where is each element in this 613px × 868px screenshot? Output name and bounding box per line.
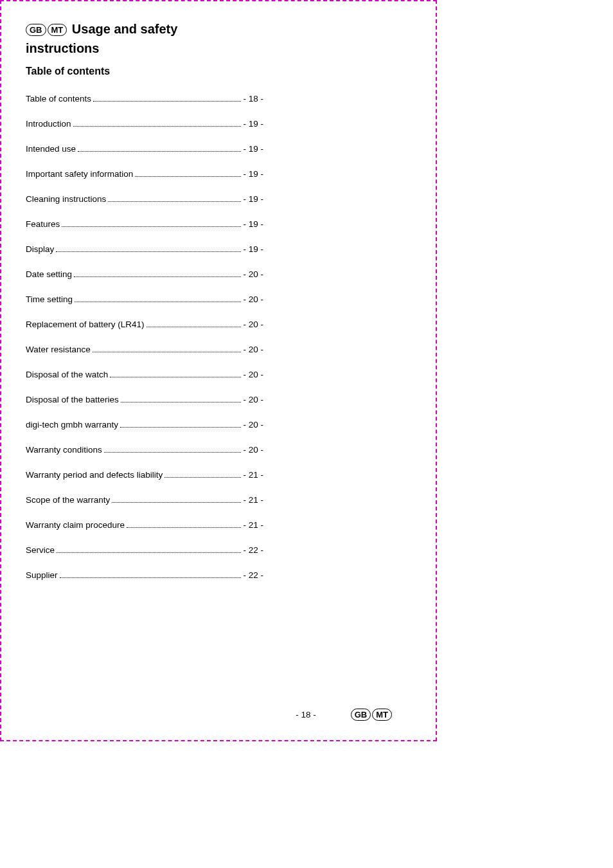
toc-page: - 20 - — [243, 345, 263, 354]
toc-label: Features — [26, 219, 60, 229]
toc-entry: Disposal of the watch- 20 - — [26, 370, 263, 379]
toc-page: - 20 - — [243, 395, 263, 404]
toc-entry: Water resistance- 20 - — [26, 345, 263, 354]
leader-dots — [164, 477, 241, 478]
toc-page: - 22 - — [243, 570, 263, 580]
toc-label: Cleaning instructions — [26, 194, 106, 204]
toc-label: Intended use — [26, 144, 76, 154]
leader-dots — [104, 452, 242, 453]
toc-page: - 20 - — [243, 445, 263, 455]
toc-page: - 20 - — [243, 269, 263, 279]
leader-dots — [74, 276, 241, 277]
toc-label: Important safety information — [26, 169, 133, 179]
toc-label: Replacement of battery (LR41) — [26, 320, 145, 329]
leader-dots — [62, 226, 241, 227]
toc-entry: Introduction- 19 - — [26, 119, 263, 129]
leader-dots — [127, 527, 241, 528]
toc-entry: Service- 22 - — [26, 545, 263, 555]
toc-page: - 19 - — [243, 219, 263, 229]
country-badge-mt: MT — [48, 24, 67, 36]
footer-badges: GBMT — [351, 709, 393, 721]
toc-entry: Cleaning instructions- 19 - — [26, 194, 263, 204]
toc-entry: Warranty period and defects liability- 2… — [26, 470, 263, 480]
toc-label: Scope of the warranty — [26, 495, 110, 505]
toc-label: Service — [26, 545, 55, 555]
toc-entry: Important safety information- 19 - — [26, 169, 263, 179]
toc-page: - 20 - — [243, 294, 263, 304]
page-number: - 18 - — [296, 710, 316, 719]
leader-dots — [60, 577, 242, 578]
leader-dots — [121, 402, 242, 402]
toc-label: Time setting — [26, 294, 73, 304]
toc-label: digi-tech gmbh warranty — [26, 420, 118, 429]
toc-label: Water resistance — [26, 345, 91, 354]
toc-page: - 19 - — [243, 119, 263, 129]
toc-entry: Time setting- 20 - — [26, 294, 263, 304]
toc-entry: Display- 19 - — [26, 244, 263, 254]
leader-dots — [73, 126, 242, 127]
toc-label: Introduction — [26, 119, 71, 129]
toc-entry: Replacement of battery (LR41)- 20 - — [26, 320, 263, 329]
table-of-contents: Table of contents- 18 - Introduction- 19… — [26, 94, 263, 580]
toc-entry: Scope of the warranty- 21 - — [26, 495, 263, 505]
toc-page: - 20 - — [243, 370, 263, 379]
toc-label: Date setting — [26, 269, 72, 279]
toc-page: - 21 - — [243, 520, 263, 530]
leader-dots — [78, 151, 241, 152]
toc-entry: Table of contents- 18 - — [26, 94, 263, 104]
toc-page: - 19 - — [243, 169, 263, 179]
leader-dots — [110, 377, 241, 377]
toc-label: Supplier — [26, 570, 58, 580]
leader-dots — [135, 176, 241, 177]
title-text-1: Usage and safety — [68, 22, 177, 36]
toc-page: - 21 - — [243, 470, 263, 480]
toc-page: - 18 - — [243, 94, 263, 104]
toc-page: - 21 - — [243, 495, 263, 505]
toc-label: Display — [26, 244, 54, 254]
leader-dots — [147, 327, 242, 327]
leader-dots — [112, 502, 241, 503]
leader-dots — [120, 427, 241, 428]
toc-label: Disposal of the batteries — [26, 395, 119, 404]
toc-label: Disposal of the watch — [26, 370, 108, 379]
leader-dots — [93, 101, 241, 102]
page-footer: - 18 - GBMT — [26, 709, 411, 721]
toc-entry: Intended use- 19 - — [26, 144, 263, 154]
toc-page: - 19 - — [243, 144, 263, 154]
leader-dots — [75, 302, 241, 302]
toc-label: Warranty period and defects liability — [26, 470, 163, 480]
page-title-line1: GBMT Usage and safety — [26, 21, 411, 37]
toc-entry: digi-tech gmbh warranty- 20 - — [26, 420, 263, 429]
page-title-line2: instructions — [26, 40, 411, 57]
toc-page: - 19 - — [243, 194, 263, 204]
toc-entry: Warranty claim procedure- 21 - — [26, 520, 263, 530]
country-badge-mt: MT — [372, 709, 392, 721]
toc-entry: Supplier- 22 - — [26, 570, 263, 580]
leader-dots — [108, 201, 241, 202]
leader-dots — [56, 251, 241, 252]
toc-label: Warranty claim procedure — [26, 520, 125, 530]
toc-page: - 20 - — [243, 320, 263, 329]
leader-dots — [57, 552, 241, 553]
toc-label: Table of contents — [26, 94, 91, 104]
toc-heading: Table of contents — [26, 66, 411, 77]
document-page: GBMT Usage and safety instructions Table… — [0, 0, 437, 741]
leader-dots — [93, 352, 242, 352]
toc-page: - 20 - — [243, 420, 263, 429]
toc-page: - 22 - — [243, 545, 263, 555]
country-badge-gb: GB — [351, 709, 371, 721]
toc-entry: Features- 19 - — [26, 219, 263, 229]
toc-label: Warranty conditions — [26, 445, 102, 455]
toc-entry: Date setting- 20 - — [26, 269, 263, 279]
toc-entry: Disposal of the batteries- 20 - — [26, 395, 263, 404]
toc-entry: Warranty conditions- 20 - — [26, 445, 263, 455]
toc-page: - 19 - — [243, 244, 263, 254]
country-badge-gb: GB — [26, 24, 46, 36]
